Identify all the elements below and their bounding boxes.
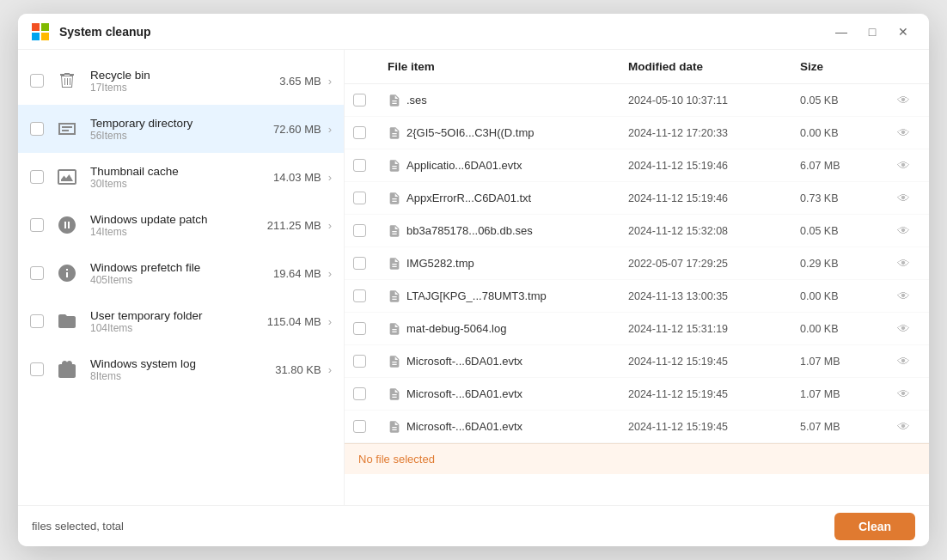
windows-prefetch-file-name: Windows prefetch file — [90, 261, 273, 274]
temporary-directory-checkbox[interactable] — [30, 122, 44, 136]
file-size: 0.05 KB — [800, 94, 886, 107]
file-name-cell: Microsoft-...6DA01.evtx — [388, 420, 628, 434]
file-row: AppxErrorR...C6DA01.txt 2024-11-12 15:19… — [345, 182, 929, 215]
maximize-button[interactable]: □ — [860, 20, 884, 44]
user-temporary-folder-name: User temporary folder — [90, 309, 267, 322]
windows-system-log-checkbox[interactable] — [30, 362, 44, 376]
file-size: 6.07 MB — [800, 160, 886, 172]
clean-button[interactable]: Clean — [834, 513, 915, 540]
row-checkbox[interactable] — [353, 322, 366, 335]
recycle-bin-checkbox[interactable] — [30, 74, 44, 88]
file-date: 2024-11-12 15:19:46 — [628, 160, 800, 172]
windows-system-log-count: 8Items — [90, 370, 275, 382]
user-temporary-folder-checkbox[interactable] — [30, 314, 44, 328]
file-size: 1.07 MB — [800, 388, 886, 400]
row-checkbox[interactable] — [353, 387, 366, 400]
eye-icon[interactable]: 👁 — [886, 321, 920, 336]
eye-icon[interactable]: 👁 — [886, 289, 920, 303]
sidebar: Recycle bin 17Items 3.65 MB › Temporary … — [18, 50, 345, 505]
temporary-directory-arrow: › — [328, 123, 332, 136]
eye-icon[interactable]: 👁 — [886, 387, 920, 401]
user-temporary-folder-count: 104Items — [90, 322, 267, 334]
eye-icon[interactable]: 👁 — [886, 256, 920, 271]
eye-icon[interactable]: 👁 — [886, 158, 920, 173]
sidebar-item-thumbnail-cache[interactable]: Thumbnail cache 30Items 14.03 MB › — [18, 153, 344, 201]
file-name: Microsoft-...6DA01.evtx — [406, 355, 522, 368]
file-row: .ses 2024-05-10 10:37:11 0.05 KB 👁 — [345, 84, 929, 117]
file-name-cell: Microsoft-...6DA01.evtx — [388, 355, 628, 368]
windows-update-patch-icon — [52, 210, 82, 240]
windows-update-patch-checkbox[interactable] — [30, 218, 44, 232]
file-size: 5.07 MB — [800, 421, 886, 433]
file-name: IMG5282.tmp — [406, 257, 474, 270]
windows-prefetch-file-checkbox[interactable] — [30, 266, 44, 280]
file-date: 2024-11-12 15:19:45 — [628, 421, 800, 433]
file-name-cell: IMG5282.tmp — [388, 257, 628, 271]
file-date: 2024-11-12 15:31:19 — [628, 323, 800, 335]
file-name: Microsoft-...6DA01.evtx — [406, 420, 522, 433]
eye-icon[interactable]: 👁 — [886, 419, 920, 434]
file-row: Microsoft-...6DA01.evtx 2024-11-12 15:19… — [345, 378, 929, 411]
sidebar-item-windows-system-log[interactable]: Windows system log 8Items 31.80 KB › — [18, 345, 344, 393]
eye-icon[interactable]: 👁 — [886, 125, 920, 140]
file-row: Applicatio...6DA01.evtx 2024-11-12 15:19… — [345, 149, 929, 182]
recycle-bin-info: Recycle bin 17Items — [90, 69, 279, 94]
close-button[interactable]: ✕ — [891, 20, 915, 44]
file-name-cell: 2{GI5~5OI6...C3H((D.tmp — [388, 126, 628, 140]
windows-update-patch-arrow: › — [328, 219, 332, 232]
file-size: 0.73 KB — [800, 192, 886, 204]
file-name: mat-debug-5064.log — [406, 322, 506, 335]
sidebar-item-windows-update-patch[interactable]: Windows update patch 14Items 211.25 MB › — [18, 201, 344, 249]
thumbnail-cache-checkbox[interactable] — [30, 170, 44, 184]
row-checkbox[interactable] — [353, 420, 366, 433]
windows-update-patch-count: 14Items — [90, 226, 267, 238]
file-name: AppxErrorR...C6DA01.txt — [406, 192, 531, 204]
thumbnail-cache-count: 30Items — [90, 178, 273, 190]
sidebar-item-windows-prefetch-file[interactable]: Windows prefetch file 405Items 19.64 MB … — [18, 249, 344, 297]
row-checkbox[interactable] — [353, 289, 366, 302]
file-name: bb3a785178...06b.db.ses — [406, 224, 533, 237]
file-size: 0.00 KB — [800, 127, 886, 139]
bottom-bar-text: files selected, total — [32, 520, 834, 533]
file-date: 2024-11-12 15:19:45 — [628, 356, 800, 368]
row-checkbox[interactable] — [353, 94, 366, 107]
eye-icon[interactable]: 👁 — [886, 191, 920, 205]
user-temporary-folder-size: 115.04 MB — [267, 315, 321, 328]
eye-icon[interactable]: 👁 — [886, 354, 920, 368]
eye-icon[interactable]: 👁 — [886, 93, 920, 107]
file-name: Applicatio...6DA01.evtx — [406, 159, 522, 172]
file-size: 0.00 KB — [800, 323, 886, 335]
file-date: 2024-11-12 15:19:45 — [628, 388, 800, 400]
app-window: System cleanup — □ ✕ Recycle bin 17Items… — [18, 14, 929, 546]
eye-icon[interactable]: 👁 — [886, 223, 920, 238]
sidebar-item-recycle-bin[interactable]: Recycle bin 17Items 3.65 MB › — [18, 57, 344, 105]
thumbnail-cache-arrow: › — [328, 171, 332, 184]
row-checkbox[interactable] — [353, 257, 366, 270]
recycle-bin-size: 3.65 MB — [279, 75, 321, 88]
row-checkbox[interactable] — [353, 126, 366, 139]
user-temporary-folder-icon — [52, 307, 82, 336]
file-size: 0.29 KB — [800, 258, 886, 270]
row-checkbox[interactable] — [353, 159, 366, 172]
file-row: Microsoft-...6DA01.evtx 2024-11-12 15:19… — [345, 345, 929, 378]
file-name-cell: .ses — [388, 94, 628, 107]
header-modified-date: Modified date — [628, 60, 800, 73]
row-checkbox[interactable] — [353, 192, 366, 204]
windows-system-log-name: Windows system log — [90, 357, 275, 370]
windows-prefetch-file-info: Windows prefetch file 405Items — [90, 261, 273, 286]
file-date: 2024-11-13 13:00:35 — [628, 290, 800, 302]
sidebar-item-user-temporary-folder[interactable]: User temporary folder 104Items 115.04 MB… — [18, 297, 344, 345]
temporary-directory-count: 56Items — [90, 130, 273, 142]
minimize-button[interactable]: — — [829, 20, 853, 44]
recycle-bin-icon — [52, 66, 82, 95]
windows-update-patch-info: Windows update patch 14Items — [90, 213, 267, 238]
windows-system-log-icon — [52, 355, 82, 384]
windows-system-log-info: Windows system log 8Items — [90, 357, 275, 382]
file-size: 0.05 KB — [800, 225, 886, 237]
row-checkbox[interactable] — [353, 224, 366, 237]
row-checkbox[interactable] — [353, 355, 366, 368]
bottom-bar: files selected, total Clean — [18, 505, 929, 546]
file-row: LTAJG[KPG_...78UMT3.tmp 2024-11-13 13:00… — [345, 280, 929, 313]
sidebar-item-temporary-directory[interactable]: Temporary directory 56Items 72.60 MB › — [18, 105, 344, 153]
windows-system-log-arrow: › — [328, 363, 332, 376]
